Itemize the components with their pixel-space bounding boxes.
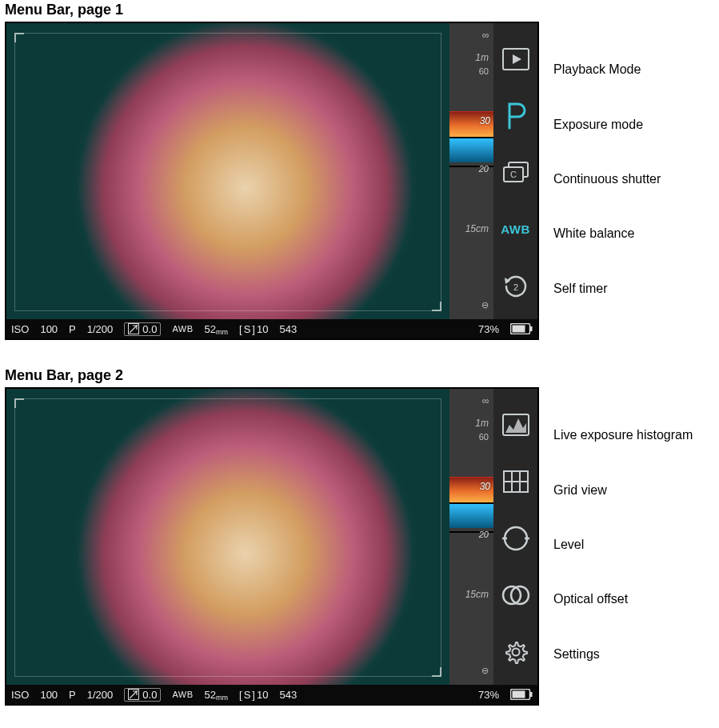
figure-row-2: ∞ 1m 60 30 20 15cm ⊖ [5, 387, 714, 706]
ruler-warm-band: 30 [449, 111, 493, 138]
ruler-infinity: ∞ [481, 395, 489, 406]
svg-rect-25 [513, 691, 525, 698]
menu-level[interactable] [498, 520, 533, 557]
label-exposure: Exposure mode [553, 118, 661, 131]
svg-text:C: C [510, 170, 517, 179]
label-settings: Settings [553, 648, 693, 661]
ruler-warm-band: 30 [449, 477, 493, 504]
iso-value: 100 [40, 323, 58, 335]
label-playback: Playback Mode [553, 63, 661, 76]
status-bar: ISO 100 P 1/200 0.0 AWB 52mm [S]10 543 7… [6, 685, 537, 704]
camera-screen-1: ∞ 1m 60 30 20 15cm ⊖ [5, 22, 539, 340]
svg-rect-9 [530, 326, 533, 331]
histogram-icon [502, 414, 529, 436]
focus-distance-ruler: ∞ 1m 60 30 20 15cm ⊖ [449, 389, 493, 688]
ev-icon [128, 323, 139, 334]
frame-guides [14, 33, 441, 311]
mode-indicator: P [69, 323, 76, 335]
ruler-60: 60 [479, 432, 489, 442]
shots-remaining: 543 [279, 323, 297, 335]
ruler-15cm: 15cm [465, 223, 489, 234]
shutter-speed: 1/200 [87, 323, 114, 335]
camera-screen-2: ∞ 1m 60 30 20 15cm ⊖ [5, 387, 539, 706]
ruler-infinity: ∞ [481, 30, 489, 41]
svg-point-16 [505, 527, 527, 550]
menu-settings[interactable] [498, 634, 533, 670]
ruler-band-lo: 20 [479, 530, 489, 539]
label-column-1: Playback Mode Exposure mode Continuous s… [553, 22, 661, 340]
menu-playback[interactable] [498, 41, 533, 78]
ruler-band-hi: 30 [480, 115, 490, 126]
menu-continuous-shutter[interactable]: C [498, 154, 533, 191]
figure-row-1: ∞ 1m 60 30 20 15cm ⊖ [5, 22, 714, 340]
status-bar: ISO 100 P 1/200 0.0 AWB 52mm [S]10 543 7… [6, 319, 537, 338]
ev-compensation: 0.0 [124, 322, 161, 336]
ruler-band-lo: 20 [479, 164, 489, 174]
gear-icon [503, 639, 529, 665]
svg-marker-1 [513, 54, 521, 64]
menu-optical-offset[interactable] [498, 577, 533, 614]
ruler-origin: ⊖ [481, 300, 489, 310]
drive-mode: [S]10 [239, 689, 268, 701]
ruler-1m: 1m [475, 418, 489, 429]
section-title-1: Menu Bar, page 1 [5, 2, 714, 18]
ev-compensation: 0.0 [124, 688, 161, 702]
menu-bar-page-2 [493, 389, 537, 688]
battery-icon [510, 323, 533, 334]
ruler-band-hi: 30 [480, 481, 490, 492]
focus-distance-ruler: ∞ 1m 60 30 20 15cm ⊖ [449, 23, 493, 322]
shots-remaining: 543 [279, 689, 297, 701]
awb-indicator: AWB [172, 324, 193, 334]
label-awb: White balance [553, 227, 661, 240]
ev-value: 0.0 [142, 689, 157, 701]
svg-rect-10 [513, 326, 525, 333]
mode-indicator: P [69, 689, 76, 701]
ev-value: 0.0 [142, 323, 157, 335]
label-selftimer: Self timer [553, 282, 661, 295]
menu-white-balance[interactable]: AWB [498, 211, 533, 248]
ruler-cool-band [449, 138, 493, 162]
ev-icon [128, 689, 139, 700]
section-title-2: Menu Bar, page 2 [5, 367, 714, 384]
drive-mode: [S]10 [239, 323, 268, 335]
playback-icon [502, 48, 529, 70]
label-continuous: Continuous shutter [553, 173, 661, 186]
ruler-60: 60 [479, 66, 489, 76]
grid-icon [503, 470, 529, 493]
ruler-15cm: 15cm [465, 589, 489, 600]
focal-length: 52mm [205, 689, 228, 701]
awb-icon: AWB [501, 222, 530, 236]
frame-guides [14, 398, 441, 677]
label-grid: Grid view [553, 484, 693, 497]
svg-point-21 [512, 648, 519, 655]
iso-label: ISO [11, 689, 29, 701]
iso-label: ISO [11, 323, 29, 335]
focal-length: 52mm [205, 323, 228, 335]
awb-indicator: AWB [172, 690, 193, 699]
svg-rect-24 [530, 692, 533, 697]
menu-exposure-mode[interactable] [498, 98, 533, 134]
menu-self-timer[interactable]: 2 [498, 268, 533, 305]
label-histogram: Live exposure histogram [553, 429, 693, 442]
label-column-2: Live exposure histogram Grid view Level … [553, 387, 693, 706]
menu-bar-page-1: C AWB 2 [493, 23, 537, 322]
self-timer-icon: 2 [502, 273, 529, 300]
ruler-cool-band [449, 504, 493, 528]
ruler-origin: ⊖ [481, 666, 489, 676]
menu-grid-view[interactable] [498, 463, 533, 500]
continuous-shutter-icon: C [502, 161, 529, 185]
level-icon [502, 525, 529, 552]
label-level: Level [553, 538, 693, 551]
shutter-speed: 1/200 [87, 689, 114, 701]
svg-text:2: 2 [513, 282, 517, 292]
menu-histogram[interactable] [498, 406, 533, 443]
battery-percent: 73% [478, 323, 499, 335]
iso-value: 100 [40, 689, 58, 701]
battery-icon [510, 689, 533, 700]
ruler-1m: 1m [475, 52, 489, 63]
p-mode-icon [504, 102, 528, 130]
optical-offset-icon [501, 583, 530, 607]
battery-percent: 73% [478, 689, 499, 701]
label-optical: Optical offset [553, 593, 693, 606]
